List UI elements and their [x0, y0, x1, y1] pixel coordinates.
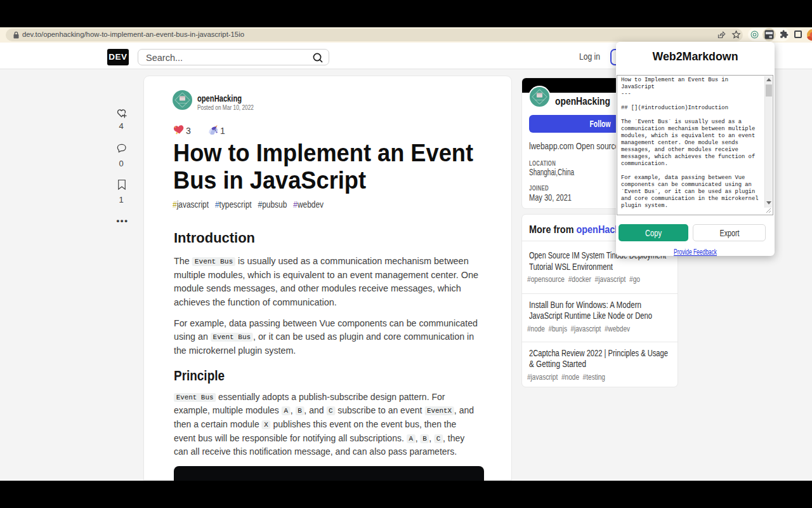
svg-text:openhacking: openhacking — [535, 99, 544, 101]
svg-text:openhacking: openhacking — [178, 102, 187, 104]
